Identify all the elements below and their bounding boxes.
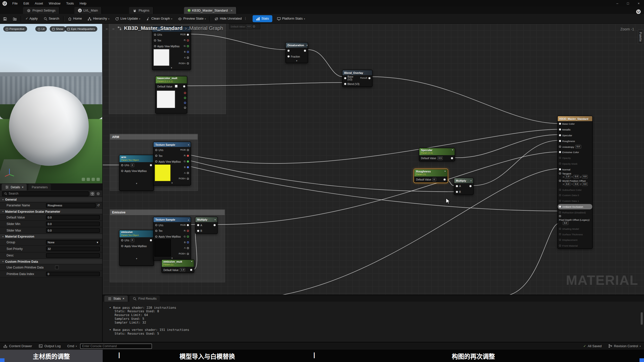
node-emissive-texture-object[interactable]: emissiveParam Tex ObjectUVs0Apply View M… — [119, 230, 154, 266]
collapse-icon[interactable]: ▾ — [191, 260, 192, 263]
channel-pin[interactable] — [184, 102, 186, 104]
output-log-button[interactable]: Output Log — [35, 342, 64, 350]
tex-output-pin[interactable] — [150, 164, 152, 166]
node-header[interactable]: emissive_mult▾Param (1) — [162, 260, 194, 267]
node-specular-param[interactable]: Specular▾Param (0.5)Default Value0.5 — [419, 148, 455, 161]
section-custom-primitive-data[interactable]: ▾ Custom Primitive Data — [0, 259, 102, 264]
uvs-input-pin[interactable] — [121, 239, 123, 241]
input-pin[interactable] — [559, 200, 561, 202]
section-general[interactable]: ▾ General — [0, 197, 102, 202]
reset-to-default-icon[interactable]: ↺ — [97, 204, 100, 207]
input-pin[interactable] — [559, 211, 561, 213]
input-pin[interactable] — [559, 128, 561, 130]
tab-stats[interactable]: Stats × — [104, 296, 128, 302]
expand-icon[interactable]: ▾ — [119, 257, 154, 261]
use-custom-checkbox[interactable] — [55, 265, 59, 269]
output-pin-b[interactable] — [187, 241, 189, 243]
master-input-pixel-depth-offset-legacy-[interactable]: Pixel Depth Offset (Legacy)0.0 — [558, 215, 592, 226]
input-pin[interactable] — [559, 239, 561, 241]
uv-index-value[interactable]: 0 — [131, 163, 134, 167]
input-pin[interactable] — [559, 228, 561, 230]
value-output-pin[interactable] — [190, 269, 192, 271]
axis-value[interactable]: 0.0 — [582, 175, 588, 179]
save-button[interactable] — [0, 14, 10, 24]
master-input-normal[interactable]: Normal — [558, 166, 592, 172]
output-pin[interactable] — [469, 185, 471, 187]
nav-forward-icon[interactable]: → — [111, 26, 115, 30]
fraction-input-pin[interactable] — [288, 55, 290, 57]
input-pin[interactable] — [155, 230, 157, 232]
view-options-icon[interactable] — [90, 192, 94, 196]
blend-input-pin[interactable] — [344, 83, 346, 85]
slider-min-field[interactable]: 0.0 — [46, 222, 100, 226]
collapse-icon[interactable]: ▾ — [445, 170, 446, 173]
input-value[interactable]: 0.0 — [563, 221, 569, 225]
platform-stats-button[interactable]: Platform Stats ▾ — [274, 14, 308, 24]
output-pin[interactable] — [304, 50, 306, 52]
value-output-pin[interactable] — [183, 85, 185, 87]
master-input-tangent[interactable]: TangentX1.0Y0.0Z0.0 — [558, 172, 592, 179]
tab-close-icon[interactable]: × — [22, 185, 23, 189]
menu-help[interactable]: Help — [77, 0, 89, 7]
cmd-selector[interactable]: Cmd ▾ — [64, 342, 80, 350]
node-multiply-emissive[interactable]: Multiply▾AB — [195, 217, 218, 234]
material-preview-viewport[interactable]: Perspective Lit Show Epic Headquarters — [0, 24, 103, 184]
input-pin[interactable] — [559, 140, 561, 142]
tab-project-settings[interactable]: Project Settings — [23, 7, 59, 14]
uvs-input-pin[interactable] — [121, 164, 123, 166]
expand-icon[interactable]: ▾ — [286, 59, 308, 63]
node-blend-overlay[interactable]: Blend_OverlayBase (V3)ResultBlend (V3) — [342, 70, 373, 87]
input-pin[interactable] — [559, 134, 561, 136]
hide-unrelated-button[interactable]: Hide Unrelated ⋮ — [212, 14, 251, 24]
node-header[interactable]: armParam Tex Object — [119, 155, 154, 162]
parameter-name-field[interactable]: Roughness — [46, 203, 96, 208]
preview-mesh-button[interactable]: Epic Headquarters — [65, 26, 97, 31]
viewport-option-icon[interactable] — [92, 178, 95, 181]
maximize-button[interactable]: □ — [623, 0, 633, 7]
expand-icon[interactable]: ▾ — [152, 66, 191, 70]
output-pin-r[interactable] — [187, 155, 189, 157]
tab-close-icon[interactable]: × — [231, 9, 233, 12]
output-pin-rgba[interactable] — [187, 62, 189, 64]
input-pin[interactable] — [559, 157, 561, 159]
node-header[interactable]: Blend_Overlay — [343, 70, 372, 75]
node-header[interactable]: Multiply▾ — [454, 178, 473, 183]
node-desaturation[interactable]: Desaturation▾Fraction▾ — [286, 42, 308, 63]
search-button[interactable]: Search — [41, 14, 62, 24]
value-output-pin[interactable] — [444, 178, 446, 180]
collapse-icon[interactable]: ▾ — [470, 179, 471, 182]
live-update-button[interactable]: Live Update ▾ — [112, 14, 143, 24]
section-material-expression[interactable]: ▾ Material Expression — [0, 234, 102, 239]
node-arm-texture-object[interactable]: armParam Tex ObjectUVs0Apply View MipBia… — [119, 155, 154, 191]
b-input-pin[interactable] — [456, 191, 458, 193]
input-pin[interactable] — [288, 50, 290, 52]
node-roughness-param[interactable]: Roughness▾Param (0)Default Value0 — [414, 169, 448, 183]
preview-state-button[interactable]: Preview State ▾ — [175, 14, 209, 24]
master-input-roughness[interactable]: Roughness — [558, 138, 592, 144]
node-texture-sample-emissive[interactable]: Texture Sample▴UVsRGBTexRApply View MipB… — [153, 217, 191, 261]
output-pin-rgba[interactable] — [187, 177, 189, 179]
node-header[interactable]: Desaturation▾ — [286, 43, 308, 48]
input-pin[interactable] — [154, 39, 156, 41]
tab-plugins[interactable]: Plugins — [129, 7, 153, 14]
output-pin-a[interactable] — [187, 247, 189, 249]
input-value[interactable]: 0.0 — [575, 145, 581, 149]
collapse-icon[interactable]: ▾ — [452, 149, 453, 152]
comment-header[interactable]: Emissive — [110, 210, 225, 215]
input-pin[interactable] — [559, 151, 561, 153]
input-pin[interactable] — [559, 162, 561, 164]
output-pin-rgb[interactable] — [187, 224, 189, 226]
output-pin-r[interactable] — [187, 230, 189, 232]
mipbias-input-pin[interactable] — [121, 170, 123, 172]
clean-graph-button[interactable]: Clean Graph ▾ — [143, 14, 175, 24]
home-button[interactable]: Home — [65, 14, 85, 24]
input-pin[interactable] — [559, 194, 561, 196]
axis-value[interactable]: 0.0 — [574, 182, 579, 186]
master-input-base-color[interactable]: Base Color — [558, 121, 592, 127]
stats-scrollbar[interactable] — [641, 312, 643, 325]
output-pin-a[interactable] — [187, 172, 189, 174]
result-output-pin[interactable] — [368, 77, 370, 79]
comment-header[interactable]: ARM — [110, 134, 198, 140]
output-pin-rgb[interactable] — [187, 33, 189, 35]
node-header[interactable]: KB3D_Master_Standard — [558, 116, 592, 121]
